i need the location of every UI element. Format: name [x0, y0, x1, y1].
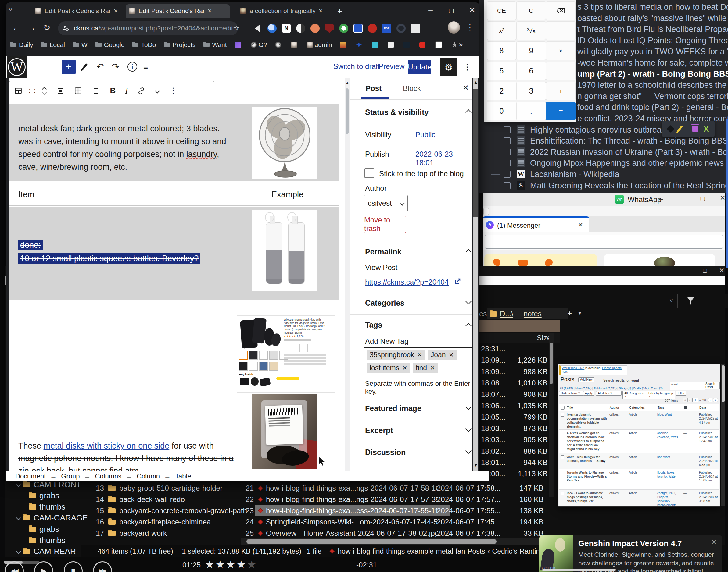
bookmark-item[interactable]: W — [73, 41, 87, 49]
table-block-icon[interactable] — [9, 81, 27, 100]
tray-extension-icon[interactable] — [411, 24, 420, 33]
scrollbar-thumb[interactable] — [346, 88, 349, 134]
post-title[interactable]: idea – i want to automate blogs postings… — [567, 491, 607, 503]
tab-menu-icon[interactable]: ▼ — [577, 310, 582, 316]
column-title[interactable]: Title — [567, 406, 573, 409]
back-extension-icon[interactable] — [253, 24, 262, 33]
pager-last[interactable]: » — [713, 398, 718, 402]
bookmark-item[interactable]: admin — [307, 41, 332, 49]
genshin-notification[interactable]: Genshin Genshin Impact Version 4.7 ✕ Mee… — [539, 535, 722, 572]
file-row-time[interactable]: 18:09... — [481, 367, 505, 376]
maximize-icon[interactable]: ▢ — [703, 267, 707, 274]
scroll-up-icon[interactable]: ▲ — [474, 80, 478, 85]
bookmark-row[interactable]: 2022 Russian invasion of Ukraine (Part 3… — [479, 147, 728, 157]
tag-chip[interactable]: lost items✕ — [367, 363, 410, 373]
breadcrumb-item[interactable]: Document — [15, 472, 46, 480]
tab-block[interactable]: Block — [403, 84, 421, 93]
bookmark-item[interactable]: Projects — [164, 41, 195, 49]
folder-name[interactable]: baby-groot-510-cartridge-holder — [119, 484, 223, 492]
post-category[interactable]: Article — [629, 413, 638, 417]
close-icon[interactable]: ✕ — [469, 6, 475, 14]
list-view-icon[interactable]: ≡ — [143, 63, 148, 72]
drag-handle-icon[interactable]: ⋮⋮ — [27, 81, 38, 100]
edit-table-icon[interactable] — [69, 81, 87, 100]
messenger-tab[interactable]: ϟ (1) Messenger ✕ — [483, 216, 589, 234]
tree-item[interactable]: thumbs — [17, 535, 65, 546]
undo-icon[interactable]: ↶ — [97, 61, 104, 72]
address-bar[interactable] — [485, 235, 723, 249]
scrollbar-thumb[interactable] — [550, 343, 553, 384]
post-row[interactable]: idea – i want to automate blogs postings… — [559, 489, 719, 506]
block-options-icon[interactable]: ⋮ — [165, 81, 181, 100]
folder-row[interactable]: 16backyard-fireplace-chiminea — [90, 517, 211, 527]
file-row-time[interactable]: 18:03... — [481, 424, 505, 433]
remove-tag-icon[interactable]: ✕ — [402, 364, 407, 371]
checkbox[interactable] — [504, 182, 510, 189]
notion-extension-icon[interactable]: N — [282, 24, 291, 33]
expand-icon[interactable] — [466, 298, 472, 304]
filter-box[interactable] — [681, 294, 728, 308]
expander-icon[interactable] — [16, 516, 21, 520]
post-category[interactable]: Article — [629, 471, 638, 475]
horizontal-scrollbar[interactable] — [241, 538, 560, 545]
breadcrumb-item[interactable]: Column — [137, 472, 160, 480]
permalink-link[interactable]: https://ckms.ca/?p=20404 — [365, 278, 449, 286]
bookmark-star-icon[interactable]: ☆ — [233, 24, 240, 32]
calc-key-−[interactable]: − — [546, 62, 575, 80]
publish-value[interactable]: 2022-06-23 18:01 — [415, 150, 472, 167]
bookmark-item[interactable] — [404, 42, 411, 48]
file-row[interactable]: 24Springfield-Simpsons-Wiki-...om-2024-0… — [241, 517, 560, 527]
folder-name[interactable]: backyard-work — [119, 529, 167, 538]
editor-menu-icon[interactable]: ⋮ — [463, 62, 472, 72]
calc-key-5[interactable]: 5 — [487, 62, 517, 80]
pager-current[interactable]: 1 — [692, 398, 699, 402]
calc-key-6[interactable]: 6 — [517, 62, 546, 80]
tune-icon[interactable] — [63, 25, 69, 32]
close-sidebar-icon[interactable]: ✕ — [463, 83, 469, 92]
bookmark-item[interactable]: Want — [203, 41, 227, 49]
remove-tag-icon[interactable]: ✕ — [430, 364, 435, 371]
whatsapp-titlebar[interactable]: Wh WhatsApp ≡ – ▢ ✕ — [483, 193, 725, 206]
alignment-icon[interactable] — [51, 81, 69, 100]
post-tags[interactable]: chatgpt, Paul, Projects, software-improv… — [657, 491, 682, 506]
folder-name[interactable]: backyard-fireplace-chiminea — [119, 518, 211, 526]
scrollbar-thumb[interactable] — [473, 89, 478, 217]
maximize-icon[interactable]: ▢ — [700, 195, 705, 202]
search-input[interactable]: want — [670, 381, 705, 390]
calc-key-²√x[interactable]: ²√x — [517, 21, 546, 40]
orange-extension-icon[interactable] — [310, 24, 320, 33]
bookmark-row[interactable]: SMatt Groening Reveals the Location of t… — [479, 181, 728, 191]
file-name[interactable]: how-i-blog-find-things-exa...ess-2024-06… — [266, 506, 437, 515]
minimize-icon[interactable]: – — [679, 194, 683, 203]
bookmark-row[interactable]: Enshittification: The Thread - wrath - B… — [479, 136, 728, 146]
bookmark-title[interactable]: -wee Herman's home for sale, complete wi… — [577, 58, 728, 68]
new-tab-icon[interactable]: + — [567, 309, 572, 318]
scroll-up-icon[interactable]: ▲ — [345, 80, 350, 85]
calc-key-9[interactable]: 9 — [517, 42, 546, 60]
categories-select[interactable]: All Categories ˅ — [622, 391, 648, 399]
file-row-time[interactable]: 18:09... — [481, 356, 505, 364]
bookmark-item[interactable] — [356, 42, 364, 48]
bookmark-title[interactable]: oasted about rally's "massive lines" whi… — [577, 14, 728, 23]
table-row[interactable]: metal desk fan; dark green or metal colo… — [9, 104, 339, 181]
paragraph-fan[interactable]: metal desk fan; dark green or metal colo… — [18, 123, 229, 173]
preview-button[interactable]: Preview — [378, 62, 405, 71]
bookmark-item[interactable]: Local — [41, 41, 65, 49]
pdf-extension-icon[interactable]: PDF — [382, 24, 391, 33]
file-row-time[interactable]: 18:08... — [481, 379, 505, 387]
column-categories[interactable]: Categories — [629, 406, 645, 409]
calc-key-×[interactable]: × — [546, 42, 575, 60]
file-row-time[interactable]: 18:01... — [481, 458, 505, 467]
tag-icon[interactable] — [667, 125, 674, 133]
reload-icon[interactable]: ↻ — [43, 22, 50, 32]
squeeze-bottles-image[interactable] — [252, 210, 317, 291]
folder-row[interactable]: 15backyard-concrete-removal-gravel-path — [90, 506, 247, 516]
chat-icon[interactable] — [545, 259, 553, 266]
bookmark-title[interactable]: Enshittification: The Thread - wrath - B… — [530, 136, 728, 146]
browser-tab[interactable]: Edit Post ‹ Cedric's Rantings —× — [32, 4, 125, 18]
video-icon[interactable] — [519, 260, 528, 266]
folder-row[interactable]: 14back-deck-wall-redo — [90, 494, 185, 505]
post-row[interactable]: A Texas woman got an abortion in Colorad… — [559, 429, 719, 453]
historygreen-extension-icon[interactable] — [339, 24, 348, 33]
bookmark-title[interactable]: t Threat from Bird Flu is Neoliberal Pro… — [577, 25, 728, 34]
